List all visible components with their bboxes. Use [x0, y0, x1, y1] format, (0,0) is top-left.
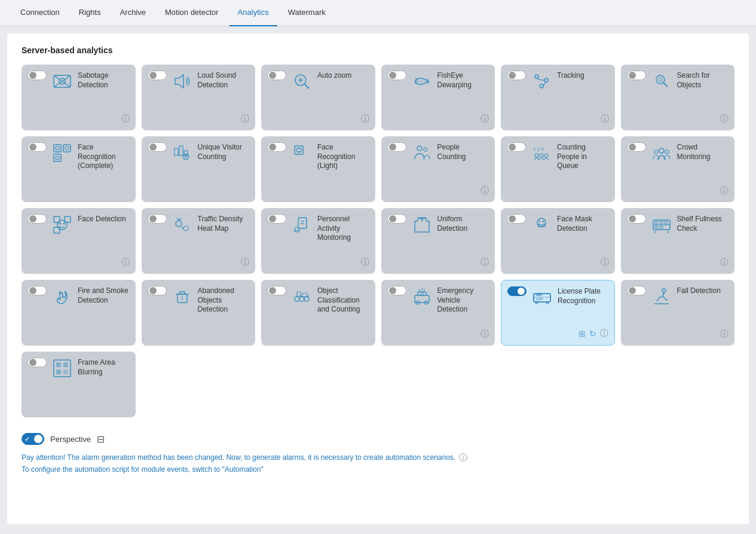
svg-rect-72: [415, 295, 429, 303]
license-plate-footer-icons: ⊞ ↻: [579, 329, 596, 338]
crowd-monitoring-info-icon[interactable]: ⓘ: [720, 185, 729, 196]
toggle-uniform-detection[interactable]: ✕: [387, 214, 406, 224]
card-people-counting[interactable]: ✕ People Counting: [381, 136, 495, 202]
svg-point-10: [535, 75, 538, 78]
card-unique-visitor[interactable]: ✕ Unique Visi: [142, 136, 256, 202]
search-objects-info-icon[interactable]: ⓘ: [720, 114, 729, 124]
card-face-recognition-complete[interactable]: ✕ Face Recogn: [22, 136, 136, 202]
card-crowd-monitoring[interactable]: ✕ Crowd Monit: [621, 136, 735, 202]
toggle-fisheye[interactable]: ✕: [387, 71, 406, 80]
toggle-crowd-monitoring[interactable]: ✕: [627, 142, 646, 152]
tracking-info-icon[interactable]: ⓘ: [601, 114, 609, 124]
toggle-counting-queue[interactable]: ✕: [507, 142, 526, 152]
license-plate-settings-icon[interactable]: ⊞: [579, 329, 586, 338]
toggle-search-objects[interactable]: ✕: [627, 71, 646, 80]
fall-detection-title: Fall Detection: [677, 286, 729, 296]
toggle-object-classification[interactable]: ✕: [267, 286, 286, 295]
card-loud-sound[interactable]: ✕ Loud Sound Detection ⓘ: [142, 65, 256, 130]
nav-archive[interactable]: Archive: [112, 0, 154, 26]
traffic-density-info-icon[interactable]: ⓘ: [241, 257, 249, 268]
toggle-auto-zoom[interactable]: ✕: [267, 71, 286, 80]
svg-rect-73: [421, 292, 423, 295]
card-object-classification[interactable]: ✕ Object Classification and: [261, 280, 375, 346]
toggle-fire-smoke[interactable]: ✕: [27, 286, 47, 295]
toggle-loud-sound[interactable]: ✕: [148, 71, 167, 80]
toggle-face-mask[interactable]: ✕: [507, 214, 526, 224]
card-shelf-fullness[interactable]: ✕: [621, 208, 735, 274]
notice-area: Pay attention! The alarm generation meth…: [22, 451, 734, 476]
toggle-frame-area[interactable]: ✕: [27, 358, 47, 367]
svg-rect-91: [63, 370, 68, 374]
sabotage-info-icon[interactable]: ⓘ: [121, 114, 130, 124]
card-license-plate[interactable]: ✓ ABC 1234 License Plate Recog: [501, 280, 615, 346]
shelf-fullness-icon: [651, 214, 672, 236]
svg-point-37: [665, 150, 669, 154]
top-nav: Connection Rights Archive Motion detecto…: [0, 0, 756, 26]
face-detection-info-icon[interactable]: ⓘ: [121, 257, 130, 268]
toggle-traffic-density[interactable]: ✕: [148, 214, 167, 224]
personnel-activity-info-icon[interactable]: ⓘ: [361, 257, 369, 268]
toggle-fall-detection[interactable]: ✕: [627, 286, 646, 295]
svg-point-47: [183, 226, 188, 231]
svg-rect-61: [665, 221, 668, 224]
face-mask-info-icon[interactable]: ⓘ: [601, 257, 609, 268]
license-plate-refresh-icon[interactable]: ↻: [589, 329, 596, 338]
card-search-objects[interactable]: ✕ Search for Objects ⓘ: [621, 65, 735, 130]
toggle-unique-visitor[interactable]: ✕: [148, 142, 167, 152]
svg-line-77: [419, 289, 420, 291]
face-recognition-light-title: Face Recognition (Light): [317, 142, 369, 171]
card-fall-detection[interactable]: ✕ Fall Detection: [621, 280, 735, 346]
card-face-mask[interactable]: ✕ Face Mask Detection: [501, 208, 615, 274]
face-detection-icon: [51, 214, 73, 236]
toggle-people-counting[interactable]: ✕: [387, 142, 406, 152]
object-classification-title: Object Classification and Counting: [317, 286, 369, 315]
toggle-face-recognition-light[interactable]: ✕: [267, 142, 286, 152]
card-traffic-density[interactable]: ✕ Traffic Density Heat Map: [142, 208, 256, 274]
license-plate-info-icon[interactable]: ⓘ: [600, 328, 608, 339]
card-sabotage[interactable]: ✕ Sabotage Detection: [22, 65, 136, 130]
license-plate-title: License Plate Recognition: [558, 286, 608, 306]
svg-rect-62: [655, 226, 658, 228]
card-auto-zoom[interactable]: ✕ Auto zoom ⓘ: [261, 65, 375, 130]
people-counting-info-icon[interactable]: ⓘ: [480, 185, 489, 196]
card-counting-queue[interactable]: ✕ 1 2 3: [501, 136, 615, 202]
notice-info-icon[interactable]: ⓘ: [459, 451, 467, 464]
perspective-settings-icon[interactable]: ⊟: [97, 434, 105, 445]
uniform-detection-info-icon[interactable]: ⓘ: [480, 257, 489, 268]
toggle-license-plate[interactable]: ✓: [507, 286, 527, 296]
card-uniform-detection[interactable]: ✕ Uniform Detection ⓘ: [381, 208, 495, 274]
toggle-abandoned-objects[interactable]: ✕: [148, 286, 167, 295]
toggle-personnel-activity[interactable]: ✕: [267, 214, 286, 224]
svg-point-30: [424, 148, 427, 151]
toggle-face-detection[interactable]: ✕: [27, 214, 47, 224]
toggle-shelf-fullness[interactable]: ✕: [627, 214, 646, 224]
toggle-tracking[interactable]: ✕: [507, 71, 526, 80]
toggle-face-recognition-complete[interactable]: ✕: [27, 142, 47, 152]
card-frame-area[interactable]: ✕ Frame Area Blurring: [22, 352, 136, 417]
card-tracking[interactable]: ✕ Tracking: [501, 65, 615, 130]
license-plate-icon: ABC 1234: [531, 286, 553, 308]
card-abandoned-objects[interactable]: ✕ Abandoned Objects Detection: [142, 280, 256, 346]
card-face-detection[interactable]: ✕: [22, 208, 136, 274]
toggle-emergency-vehicle[interactable]: ✕: [387, 286, 406, 295]
shelf-fullness-info-icon[interactable]: ⓘ: [720, 257, 729, 268]
fall-detection-info-icon[interactable]: ⓘ: [720, 329, 729, 340]
emergency-vehicle-info-icon[interactable]: ⓘ: [480, 329, 489, 340]
nav-analytics[interactable]: Analytics: [229, 0, 277, 26]
card-face-recognition-light[interactable]: ✕ Face Recognition (Light): [261, 136, 375, 202]
personnel-activity-icon: [291, 214, 313, 236]
loud-sound-info-icon[interactable]: ⓘ: [241, 114, 249, 124]
nav-motion-detector[interactable]: Motion detector: [157, 0, 227, 26]
svg-line-48: [181, 227, 183, 228]
fisheye-info-icon[interactable]: ⓘ: [480, 114, 489, 124]
card-emergency-vehicle[interactable]: ✕: [381, 280, 495, 346]
toggle-sabotage[interactable]: ✕: [27, 71, 47, 80]
auto-zoom-info-icon[interactable]: ⓘ: [361, 114, 369, 124]
card-fire-smoke[interactable]: ✕ Fire and Smoke Detection: [22, 280, 136, 346]
nav-connection[interactable]: Connection: [12, 0, 68, 26]
card-fisheye[interactable]: ✕ FishEye Dewarping: [381, 65, 495, 130]
nav-watermark[interactable]: Watermark: [280, 0, 334, 26]
card-personnel-activity[interactable]: ✕ Personnel Activity Monitor: [261, 208, 375, 274]
toggle-perspective[interactable]: ✓: [22, 433, 44, 445]
nav-rights[interactable]: Rights: [71, 0, 109, 26]
